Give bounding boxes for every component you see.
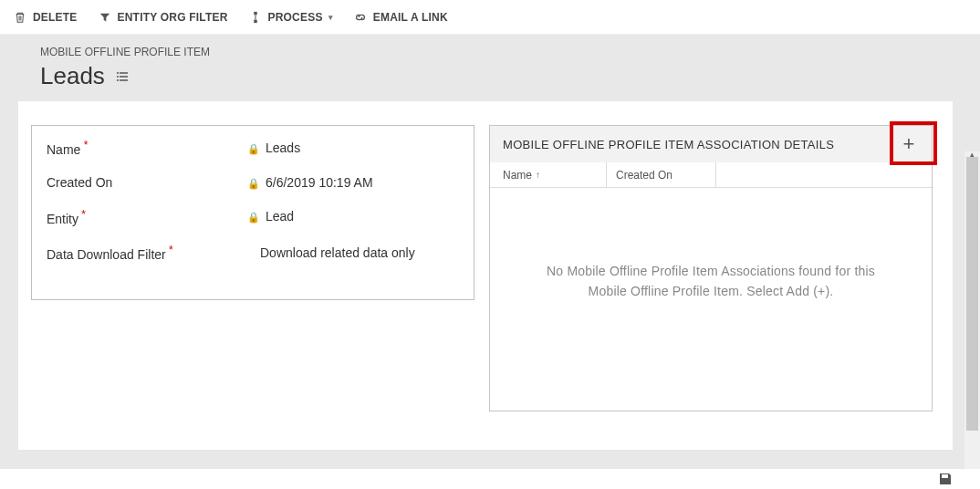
label-name: Name * [47, 139, 247, 157]
col-created-on[interactable]: Created On [607, 162, 716, 187]
row-data-download-filter: Data Download Filter * Download related … [47, 244, 459, 262]
required-star: * [78, 208, 86, 221]
value-entity: 🔒Lead [247, 209, 294, 224]
process-icon [248, 10, 263, 25]
save-icon[interactable] [938, 472, 953, 486]
associations-panel: MOBILE OFFLINE PROFILE ITEM ASSOCIATION … [489, 125, 933, 411]
list-icon[interactable] [116, 69, 130, 84]
associations-columns: Name ↑ Created On [490, 162, 932, 188]
process-button[interactable]: PROCESS ▾ [243, 6, 339, 28]
entity-org-filter-button[interactable]: ENTITY ORG FILTER [92, 6, 234, 28]
process-label: PROCESS [268, 11, 323, 24]
delete-button[interactable]: DELETE [7, 6, 83, 28]
add-button[interactable]: + [895, 130, 923, 158]
sort-asc-icon: ↑ [536, 170, 540, 180]
label-created-on: Created On [47, 175, 247, 190]
associations-header: MOBILE OFFLINE PROFILE ITEM ASSOCIATION … [490, 126, 932, 162]
title-row: Leads [40, 62, 962, 90]
value-created-on: 🔒6/6/2019 10:19 AM [247, 175, 373, 190]
vertical-scrollbar[interactable]: ▴ ▾ [964, 151, 980, 489]
required-star: * [80, 139, 88, 151]
page-title: Leads [40, 62, 105, 90]
svg-point-3 [117, 76, 119, 78]
page-body: MOBILE OFFLINE PROFILE ITEM Leads Name *… [0, 35, 980, 489]
row-created-on: Created On 🔒6/6/2019 10:19 AM [47, 175, 459, 190]
required-star: * [166, 244, 173, 256]
svg-rect-0 [254, 11, 257, 15]
label-entity: Entity * [47, 208, 247, 226]
svg-rect-1 [254, 19, 257, 23]
command-bar: DELETE ENTITY ORG FILTER PROCESS ▾ EMAIL… [0, 0, 980, 35]
content-panel: Name * 🔒Leads Created On 🔒6/6/2019 10:19… [18, 101, 953, 450]
value-data-download-filter[interactable]: Download related data only [247, 245, 415, 260]
trash-icon [13, 10, 27, 25]
email-link-button[interactable]: EMAIL A LINK [348, 6, 454, 28]
row-name: Name * 🔒Leads [47, 139, 459, 157]
filter-icon [98, 10, 112, 25]
svg-point-4 [117, 79, 119, 81]
delete-label: DELETE [33, 11, 78, 24]
plus-icon: + [902, 132, 914, 156]
entity-org-filter-label: ENTITY ORG FILTER [118, 11, 228, 24]
associations-title: MOBILE OFFLINE PROFILE ITEM ASSOCIATION … [503, 138, 834, 151]
col-name[interactable]: Name ↑ [490, 162, 607, 187]
associations-empty: No Mobile Offline Profile Item Associati… [490, 188, 932, 411]
footer-bar [0, 469, 980, 489]
svg-point-2 [117, 72, 119, 74]
email-link-label: EMAIL A LINK [373, 11, 448, 24]
lock-icon: 🔒 [247, 178, 260, 189]
properties-card: Name * 🔒Leads Created On 🔒6/6/2019 10:19… [31, 125, 474, 300]
link-icon [353, 10, 368, 25]
lock-icon: 🔒 [247, 212, 260, 223]
row-entity: Entity * 🔒Lead [47, 208, 459, 226]
chevron-down-icon: ▾ [328, 13, 333, 22]
scrollbar-thumb[interactable] [966, 157, 978, 431]
lock-icon: 🔒 [247, 143, 260, 154]
breadcrumb: MOBILE OFFLINE PROFILE ITEM [40, 46, 962, 58]
label-data-download-filter: Data Download Filter * [47, 244, 247, 262]
value-name: 🔒Leads [247, 140, 300, 155]
